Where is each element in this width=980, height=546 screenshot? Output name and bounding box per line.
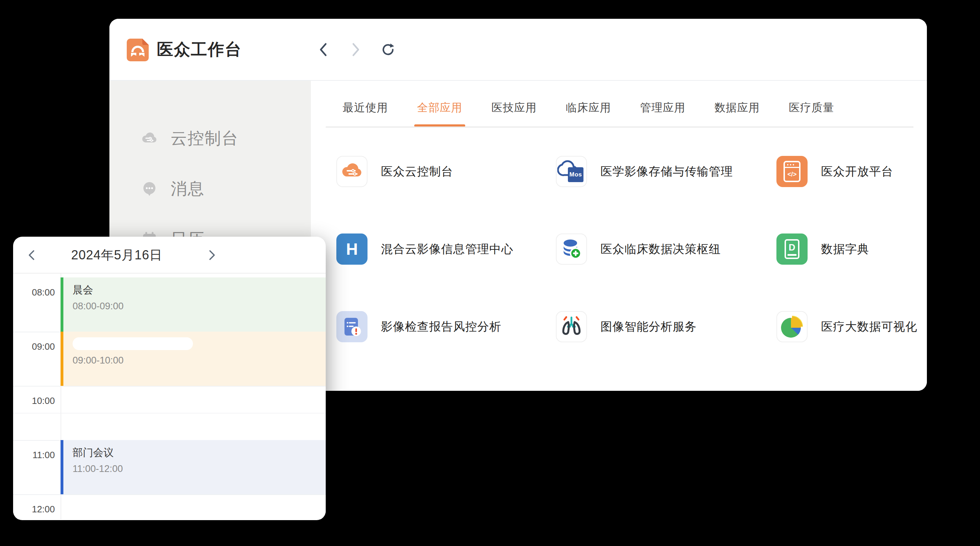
app-report-risk-analysis[interactable]: 影像检查报告风控分析	[336, 311, 549, 342]
back-button[interactable]	[316, 43, 330, 57]
calendar-event-morning-meeting[interactable]: 晨会 08:00-09:00	[60, 278, 326, 332]
mos-badge: Mos	[568, 167, 584, 182]
lungs-analysis-icon	[556, 311, 587, 342]
app-label: 医众临床数据决策枢纽	[600, 241, 721, 257]
sidebar-item-label: 云控制台	[171, 128, 239, 150]
data-dictionary-book-icon: D	[776, 233, 808, 265]
app-open-platform[interactable]: </> 医众开放平台	[776, 156, 927, 187]
event-time: 09:00-10:00	[73, 355, 326, 366]
calendar-header: 2024年5月16日	[13, 237, 326, 273]
browser-nav	[316, 19, 396, 80]
pie-chart-icon	[776, 311, 808, 342]
event-title: 部门会议	[73, 446, 326, 460]
time-label: 11:00	[13, 450, 55, 461]
forward-button[interactable]	[349, 43, 363, 57]
app-label: 图像智能分析服务	[600, 319, 697, 335]
blue-cloud-mos-icon: Mos	[556, 156, 587, 187]
open-platform-code-icon: </>	[776, 156, 808, 187]
half-hour-line	[13, 413, 326, 413]
d-letter: D	[789, 242, 795, 253]
window-title: 医众工作台	[157, 19, 242, 80]
browser-window-glyph: </>	[783, 161, 800, 182]
app-label: 影像检查报告风控分析	[381, 319, 501, 335]
calendar-date-label: 2024年5月16日	[45, 237, 189, 273]
tab-clinical-apps[interactable]: 临床应用	[566, 89, 611, 127]
tab-all-apps[interactable]: 全部应用	[417, 89, 462, 127]
app-image-ai-analysis[interactable]: 图像智能分析服务	[556, 311, 768, 342]
time-label: 08:00	[13, 287, 55, 298]
window-header: 医众工作台	[110, 19, 927, 81]
app-logo-icon	[127, 38, 149, 61]
event-time: 08:00-09:00	[73, 301, 326, 312]
tab-recent[interactable]: 最近使用	[343, 89, 388, 127]
tab-management-apps[interactable]: 管理应用	[640, 89, 686, 127]
book-glyph: D	[784, 239, 799, 259]
app-label: 数据字典	[821, 241, 869, 257]
hour-line	[13, 494, 326, 495]
pie-glyph	[781, 316, 803, 338]
calendar-day-grid: 08:00 09:00 10:00 11:00 12:00 晨会 08:00-0…	[13, 273, 326, 519]
code-glyph: </>	[788, 168, 797, 181]
event-title-redacted	[73, 337, 193, 350]
hybrid-cloud-h-icon: H	[336, 233, 368, 265]
calendar-event-redacted[interactable]: 09:00-10:00	[60, 332, 326, 386]
event-time: 11:00-12:00	[73, 463, 326, 474]
sidebar-item-cloud-console[interactable]: 云控制台	[110, 127, 311, 150]
tab-medtech-apps[interactable]: 医技应用	[492, 89, 537, 127]
calendar-panel: 2024年5月16日 08:00 09:00 10:00 11:00 12:00…	[13, 237, 326, 520]
calendar-next-button[interactable]	[204, 237, 220, 273]
content-area: 最近使用 全部应用 医技应用 临床应用 管理应用 数据应用 医疗质量	[311, 81, 927, 391]
tab-medical-quality[interactable]: 医疗质量	[789, 89, 834, 127]
sidebar-item-label: 消息	[171, 178, 205, 200]
desktop-background: 医众工作台	[0, 0, 980, 546]
event-title: 晨会	[73, 283, 326, 297]
sidebar-item-messages[interactable]: 消息	[110, 177, 311, 200]
app-label: 医疗大数据可视化	[821, 319, 917, 335]
clinical-database-plus-icon	[556, 233, 587, 265]
time-label: 09:00	[13, 341, 55, 352]
tab-bar: 最近使用 全部应用 医技应用 临床应用 管理应用 数据应用 医疗质量	[343, 89, 834, 127]
app-imaging-storage[interactable]: Mos 医学影像存储与传输管理	[556, 156, 768, 187]
app-label: 混合云影像信息管理中心	[381, 241, 513, 257]
time-label: 10:00	[13, 396, 55, 406]
app-label: 医众开放平台	[821, 164, 893, 180]
app-cloud-console[interactable]: 医众云控制台	[336, 156, 549, 187]
message-bubble-icon	[141, 181, 158, 197]
h-letter: H	[346, 239, 358, 259]
app-hybrid-cloud-center[interactable]: H 混合云影像信息管理中心	[336, 233, 549, 265]
tab-divider	[326, 126, 913, 128]
app-data-dictionary[interactable]: D 数据字典	[776, 233, 927, 265]
app-label: 医众云控制台	[381, 164, 453, 180]
refresh-button[interactable]	[381, 43, 396, 57]
app-big-data-visualization[interactable]: 医疗大数据可视化	[776, 311, 927, 342]
calendar-prev-button[interactable]	[24, 237, 39, 273]
orange-cloud-settings-icon	[336, 156, 368, 187]
app-label: 医学影像存储与传输管理	[600, 164, 733, 180]
calendar-event-department-meeting[interactable]: 部门会议 11:00-12:00	[60, 440, 326, 494]
time-label: 12:00	[13, 504, 55, 515]
report-risk-alert-icon	[336, 311, 368, 342]
hour-line	[13, 386, 326, 386]
app-clinical-data-hub[interactable]: 医众临床数据决策枢纽	[556, 233, 768, 265]
tab-data-apps[interactable]: 数据应用	[714, 89, 760, 127]
cloud-console-icon	[141, 130, 158, 147]
